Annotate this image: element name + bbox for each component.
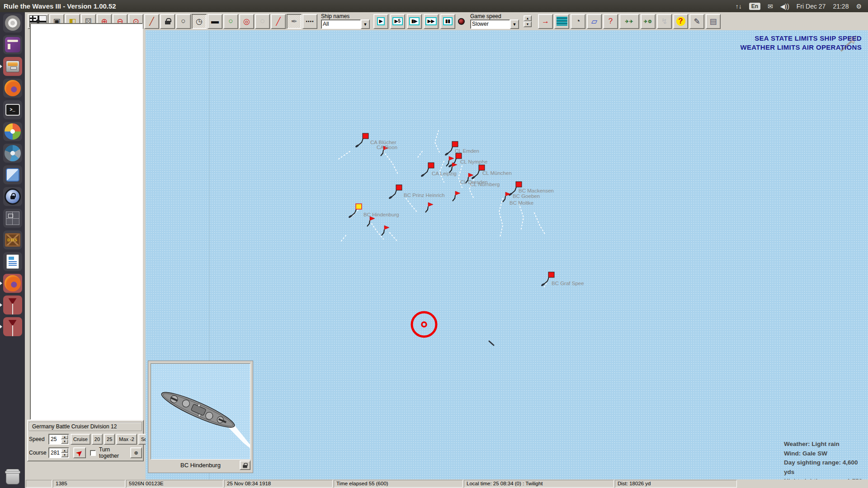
ship-names-dropdown[interactable]: All ▼ <box>321 19 370 29</box>
spin-up-button[interactable]: ▲ <box>524 15 532 21</box>
play-5-button[interactable]: ▶5 <box>390 14 405 29</box>
speed-up-button[interactable]: ▲ <box>61 435 68 439</box>
pause-button[interactable]: ▮▮ <box>440 14 455 29</box>
firefox-alt-icon <box>3 274 22 293</box>
splash-line-button[interactable]: ╱ <box>271 14 286 29</box>
tactical-map[interactable]: CA BlücherCA RoonCL EmdenCL NympheCA Lei… <box>146 30 868 479</box>
course-stepper[interactable]: 281 ▲▼ <box>48 447 69 458</box>
ship-pennant-unnamed[interactable] <box>384 225 389 230</box>
lock-view-button[interactable] <box>160 14 175 29</box>
volume-icon[interactable]: ◀)) <box>780 3 789 10</box>
ship-flag-bc-hindenburg[interactable] <box>356 204 362 209</box>
play-frame-button[interactable]: ▮▶ <box>407 14 422 29</box>
keepass-glyph <box>5 188 21 205</box>
game-speed-dropdown[interactable]: Slower ▼ <box>470 19 519 29</box>
ship-wake-15 <box>340 235 346 243</box>
network-arrows-icon[interactable]: ↑↓ <box>736 3 742 10</box>
more-dots-button[interactable]: •••• <box>302 14 317 29</box>
chevron-down-icon[interactable]: ▼ <box>361 19 370 29</box>
ship-pennant-unnamed[interactable] <box>468 173 473 177</box>
ship-flag-bc-mackensen[interactable] <box>516 182 522 187</box>
speed-stepper[interactable]: 25 ▲▼ <box>48 434 69 445</box>
print-button[interactable]: ▤ <box>706 14 721 29</box>
ship-flag-bc-graf-spee[interactable] <box>548 272 554 277</box>
turn-together-checkbox[interactable] <box>90 450 96 456</box>
log-book-icon: ▱ <box>591 17 597 26</box>
speed-preset-25[interactable]: 25 <box>104 434 115 445</box>
signal-pill-button[interactable]: ▬ <box>208 14 222 29</box>
dock-item-keepass[interactable] <box>0 186 25 207</box>
dock-item-firefox[interactable] <box>0 77 25 99</box>
ship-pennant-unnamed[interactable] <box>449 156 454 160</box>
speed-preset-cruise[interactable]: Cruise <box>71 434 90 445</box>
advance-arrow-button[interactable]: → <box>538 14 553 29</box>
ship-pennant-unnamed[interactable] <box>428 202 433 206</box>
fast-forward-button[interactable]: ▶▶ <box>424 14 439 29</box>
aircraft-config-button[interactable]: ✈⚙ <box>641 14 656 29</box>
ship-pennant-unnamed[interactable] <box>452 163 457 167</box>
dock: >_DOS <box>0 12 25 488</box>
set-course-arrow-button[interactable]: ➤ <box>73 447 86 458</box>
play-button[interactable]: ▶ <box>373 14 388 29</box>
dock-item-dosbox[interactable]: DOS <box>0 229 25 251</box>
tray-clock[interactable]: 21:28 <box>833 3 849 10</box>
dock-item-virtualbox[interactable] <box>0 164 25 186</box>
speed-down-button[interactable]: ▼ <box>61 439 68 444</box>
ship-flag-ca-leipzig[interactable] <box>428 163 434 168</box>
ship-flag-cl-m-nchen[interactable] <box>479 165 485 170</box>
dashed-ring-button[interactable]: ◌ <box>255 14 270 29</box>
firefox-glyph <box>5 80 21 96</box>
needle-pen-button[interactable]: ✒ <box>287 14 302 29</box>
dock-item-terminal[interactable]: >_ <box>0 99 25 121</box>
ship-flag-cl-nymphe[interactable] <box>456 153 462 159</box>
range-rings-button[interactable]: ○ <box>223 14 238 29</box>
log-panel[interactable] <box>30 23 143 420</box>
ship-pennant-unnamed[interactable] <box>455 191 460 195</box>
keepass-icon <box>3 187 22 206</box>
contact-circle-button[interactable]: ○ <box>176 14 191 29</box>
report-button[interactable]: ✎ <box>689 14 704 29</box>
virtualbox-glyph <box>6 168 19 182</box>
dock-item-shutter[interactable] <box>0 142 25 164</box>
dock-item-trash[interactable] <box>0 469 25 484</box>
ship-flag-bc-prinz-heinrich[interactable] <box>396 185 402 190</box>
keyboard-layout-indicator[interactable]: En <box>749 3 760 10</box>
course-down-button[interactable]: ▼ <box>61 453 68 457</box>
formation-compass-button[interactable]: ⊕ <box>130 447 142 458</box>
dock-item-firefox-alt[interactable] <box>0 272 25 294</box>
playonlinux-icon <box>3 122 22 141</box>
shutter-glyph <box>5 145 21 161</box>
dock-item-ubuntu-dash[interactable] <box>0 12 25 34</box>
sea-state-button[interactable] <box>554 14 569 29</box>
stopwatch-button[interactable]: ◔ <box>571 14 585 29</box>
dock-item-wine-app-1[interactable] <box>0 294 25 316</box>
plot-course-button[interactable]: ╱ <box>144 14 159 29</box>
dock-item-libreoffice-writer[interactable] <box>0 251 25 272</box>
tray-date[interactable]: Fri Dec 27 <box>797 3 826 10</box>
spin-down-button[interactable]: ▼ <box>524 21 532 27</box>
dock-item-archive-manager[interactable] <box>0 56 25 77</box>
gun-target-button[interactable]: ◎ <box>239 14 254 29</box>
mail-icon[interactable]: ✉ <box>768 3 773 10</box>
ship-flag-ca-bl-cher[interactable] <box>363 133 368 139</box>
ship-lock-button[interactable] <box>240 460 250 470</box>
virtualbox-icon <box>3 165 22 184</box>
clock-ring-button[interactable]: ◷ <box>192 14 207 29</box>
speed-preset-20[interactable]: 20 <box>92 434 103 445</box>
ship-flag-cl-emden[interactable] <box>452 141 458 147</box>
dock-item-files-app[interactable] <box>0 34 25 56</box>
dock-item-wine-app-2[interactable] <box>0 316 25 338</box>
log-book-button[interactable]: ▱ <box>587 14 602 29</box>
course-up-button[interactable]: ▲ <box>61 448 68 453</box>
torpedo-info-button[interactable]: ? <box>603 14 618 29</box>
lightning-button[interactable]: ↯ <box>657 14 672 29</box>
dock-item-workspace-switcher[interactable] <box>0 207 25 229</box>
chevron-down-icon[interactable]: ▼ <box>510 19 519 29</box>
ship-label-ca-leipzig: CA Leipzig <box>432 171 457 176</box>
speed-preset-max-2[interactable]: Max -2 <box>116 434 137 445</box>
division-title: Germany Battle Cruiser Division 12 <box>29 422 142 431</box>
help-button[interactable]: ? <box>673 14 688 29</box>
dock-item-playonlinux[interactable] <box>0 121 25 142</box>
aircraft-formation-button[interactable]: ✈✈ <box>619 14 639 29</box>
power-gear-icon[interactable]: ⚙ <box>856 3 862 10</box>
